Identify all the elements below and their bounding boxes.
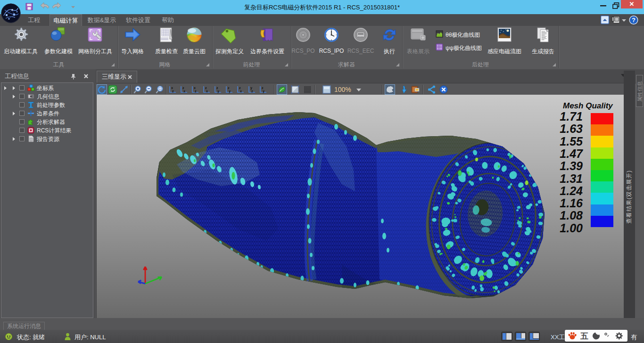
svg-text:y: y	[263, 90, 264, 93]
svg-text:z: z	[262, 86, 264, 90]
svg-text:x: x	[194, 86, 196, 90]
svg-text:x: x	[240, 90, 242, 93]
svg-text:x: x	[183, 90, 185, 93]
svg-text:z: z	[195, 90, 197, 93]
svg-text:z: z	[251, 90, 253, 93]
svg-text:x: x	[171, 86, 173, 90]
svg-text:z: z	[182, 86, 184, 90]
svg-text:z: z	[172, 90, 174, 93]
svg-text:z: z	[239, 86, 241, 90]
svg-text:z: z	[205, 86, 207, 90]
svg-text:z: z	[216, 86, 218, 90]
svg-text:x: x	[206, 90, 208, 93]
svg-text:?: ?	[632, 16, 636, 24]
svg-text:y: y	[229, 90, 231, 93]
svg-text:y: y	[217, 90, 219, 93]
svg-text:z: z	[228, 86, 230, 90]
